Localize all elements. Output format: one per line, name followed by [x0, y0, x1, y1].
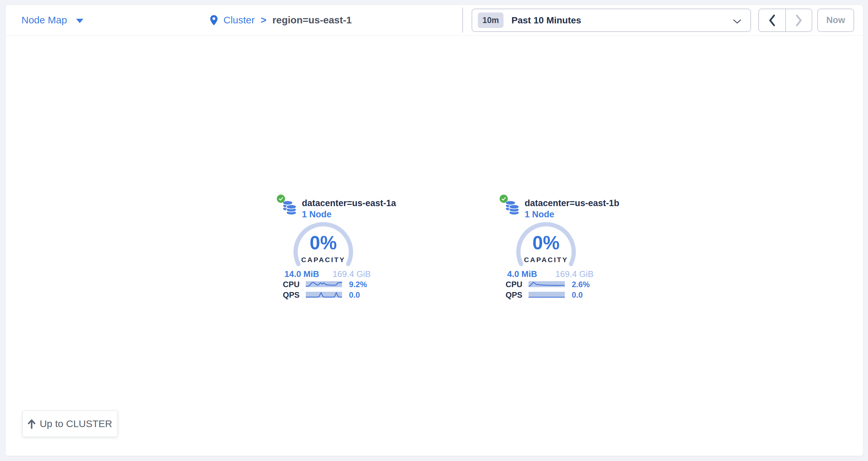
qps-metric-row: QPS 0.0: [499, 290, 597, 299]
qps-metric-row: QPS 0.0: [276, 290, 375, 299]
capacity-caption: CAPACITY: [290, 256, 356, 264]
breadcrumb-separator: >: [261, 14, 267, 26]
datacenter-name: datacenter=us-east-1a: [302, 198, 396, 208]
cpu-value: 2.6%: [572, 280, 590, 289]
database-stack-icon: [505, 200, 519, 216]
capacity-caption: CAPACITY: [513, 256, 579, 264]
caret-down-icon: [76, 19, 83, 23]
qps-sparkline-chart: [306, 292, 342, 298]
cpu-metric-row: CPU 2.6%: [499, 280, 597, 289]
capacity-values-row: 4.0 MiB 169.4 GiB: [507, 269, 593, 279]
capacity-total: 169.4 GiB: [333, 269, 371, 279]
node-count: 1 Node: [302, 209, 332, 220]
node-map-page: Node Map Cluster > region=us-east-1 10m …: [0, 0, 868, 461]
capacity-used: 14.0 MiB: [284, 269, 319, 279]
view-selector-label: Node Map: [22, 14, 67, 26]
header-bar: Node Map Cluster > region=us-east-1 10m …: [6, 5, 863, 36]
capacity-percent: 0%: [290, 233, 356, 252]
time-nav-arrows: [758, 8, 812, 32]
node-count: 1 Node: [525, 209, 554, 220]
healthy-check-icon: [277, 195, 285, 203]
cpu-label: CPU: [276, 280, 300, 289]
cpu-sparkline-chart: [529, 281, 565, 287]
datacenter-group-us-east-1a[interactable]: datacenter=us-east-1a 1 Node 0% CAPACITY…: [276, 194, 395, 306]
datacenter-group-us-east-1b[interactable]: datacenter=us-east-1b 1 Node 0% CAPACITY…: [499, 194, 617, 306]
chevron-down-icon: [733, 19, 741, 25]
capacity-percent: 0%: [513, 233, 579, 252]
view-selector-dropdown[interactable]: Node Map: [22, 5, 83, 35]
qps-value: 0.0: [572, 290, 583, 300]
arrow-up-icon: [28, 419, 36, 429]
cpu-value: 9.2%: [349, 280, 367, 289]
chevron-left-icon: [769, 14, 776, 26]
qps-sparkline-chart: [529, 292, 565, 298]
chevron-right-icon: [795, 14, 802, 26]
capacity-values-row: 14.0 MiB 169.4 GiB: [284, 269, 371, 279]
node-map-canvas: datacenter=us-east-1a 1 Node 0% CAPACITY…: [6, 36, 863, 456]
time-range-dropdown[interactable]: 10m Past 10 Minutes: [471, 8, 751, 32]
header-divider: [462, 7, 463, 33]
time-range-badge: 10m: [478, 12, 503, 28]
cpu-sparkline-chart: [306, 281, 342, 287]
datacenter-name: datacenter=us-east-1b: [525, 198, 619, 208]
breadcrumb-cluster-link[interactable]: Cluster: [223, 14, 255, 26]
cpu-label: CPU: [499, 280, 522, 289]
capacity-used: 4.0 MiB: [507, 269, 537, 279]
cpu-metric-row: CPU 9.2%: [276, 280, 375, 289]
up-to-cluster-label: Up to CLUSTER: [39, 418, 112, 429]
qps-label: QPS: [499, 290, 522, 300]
qps-label: QPS: [276, 290, 300, 300]
breadcrumb-current-locality: region=us-east-1: [273, 14, 352, 26]
now-button[interactable]: Now: [817, 8, 854, 32]
time-back-button[interactable]: [759, 9, 785, 31]
breadcrumb: Cluster > region=us-east-1: [210, 5, 352, 35]
database-stack-icon: [283, 200, 296, 216]
time-range-label: Past 10 Minutes: [512, 15, 581, 26]
capacity-total: 169.4 GiB: [555, 269, 593, 279]
healthy-check-icon: [500, 195, 508, 203]
up-to-cluster-button[interactable]: Up to CLUSTER: [23, 410, 118, 437]
qps-value: 0.0: [349, 290, 360, 300]
map-pin-icon: [210, 15, 217, 25]
time-forward-button[interactable]: [785, 9, 812, 31]
main-panel: Node Map Cluster > region=us-east-1 10m …: [5, 5, 863, 456]
